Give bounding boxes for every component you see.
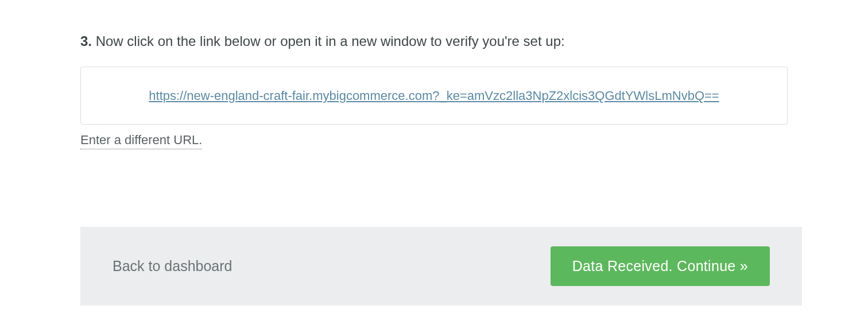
verification-url-link[interactable]: https://new-england-craft-fair.mybigcomm… (149, 88, 719, 103)
verification-url-box: https://new-england-craft-fair.mybigcomm… (80, 67, 788, 125)
step-number: 3. (80, 33, 92, 49)
footer-bar: Back to dashboard Data Received. Continu… (80, 227, 802, 306)
step-text: Now click on the link below or open it i… (92, 33, 565, 49)
step-instruction: 3. Now click on the link below or open i… (80, 33, 788, 49)
enter-different-url-link[interactable]: Enter a different URL. (80, 133, 202, 149)
back-to-dashboard-link[interactable]: Back to dashboard (113, 258, 232, 275)
setup-step-content: 3. Now click on the link below or open i… (0, 0, 868, 149)
continue-button[interactable]: Data Received. Continue » (551, 246, 770, 286)
